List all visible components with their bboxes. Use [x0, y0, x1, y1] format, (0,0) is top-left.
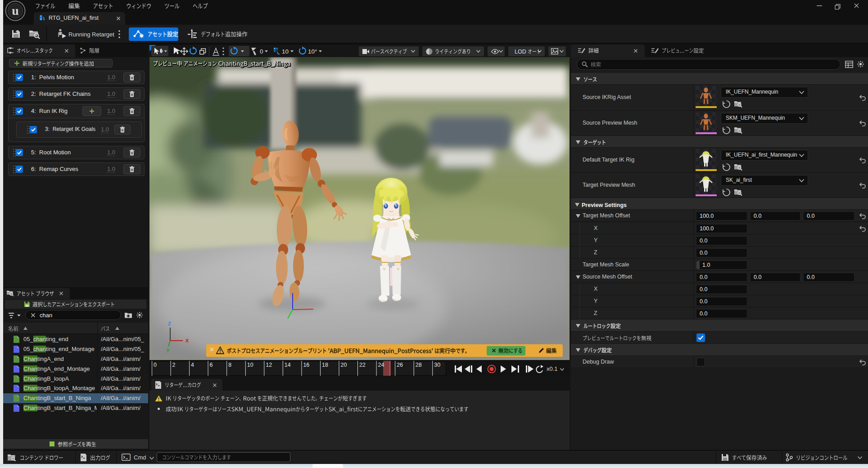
- svg-text:20: 20: [341, 362, 347, 368]
- svg-text:8: 8: [228, 362, 231, 368]
- svg-text:16: 16: [303, 362, 309, 368]
- svg-text:4: 4: [191, 362, 194, 368]
- svg-text:24: 24: [378, 362, 384, 368]
- svg-text:0: 0: [260, 48, 263, 55]
- svg-text:22: 22: [359, 362, 366, 368]
- svg-text:18: 18: [322, 362, 328, 368]
- svg-text:6: 6: [210, 362, 213, 368]
- svg-text:12: 12: [266, 362, 272, 368]
- svg-text:26: 26: [397, 362, 403, 368]
- svg-text:14: 14: [285, 362, 291, 368]
- svg-text:10: 10: [247, 362, 253, 368]
- svg-text:X: X: [185, 338, 189, 343]
- svg-text:u: u: [12, 4, 19, 18]
- svg-text:2: 2: [172, 362, 176, 368]
- svg-text:10: 10: [282, 48, 289, 55]
- svg-text:Z: Z: [168, 321, 171, 326]
- svg-text:28: 28: [416, 362, 422, 368]
- svg-text:0: 0: [154, 362, 157, 368]
- svg-text:10°: 10°: [308, 48, 317, 55]
- svg-text:30: 30: [434, 362, 440, 368]
- svg-text:y: y: [167, 347, 170, 352]
